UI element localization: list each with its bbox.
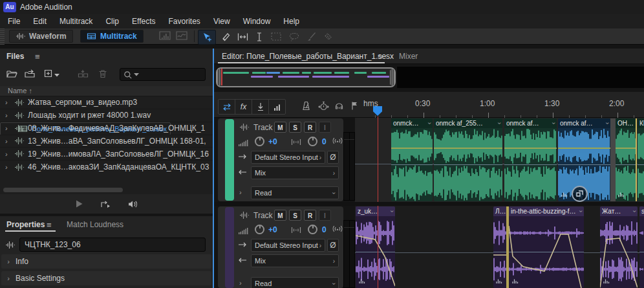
files-name-column-header[interactable]: Name ↑ [0,86,213,96]
time-selection-tool-button[interactable] [251,30,268,43]
track1-pan-knob[interactable] [308,137,317,146]
track1-volume-knob[interactable] [255,137,264,146]
menu-favorites[interactable]: Favorites [162,14,207,28]
volume-envelope[interactable] [558,148,610,149]
clip-track1-2[interactable]: onmck af_255…› [434,118,502,201]
spectral-pitch-icon[interactable] [176,31,188,40]
track1-solo-button[interactable]: S [289,122,301,133]
new-item-caret-icon[interactable] [54,74,59,77]
clip-gain-icon[interactable] [358,274,366,286]
track2-color-strip[interactable] [225,207,234,288]
volume-envelope[interactable] [504,148,557,149]
volume-envelope[interactable] [616,148,637,149]
countdown-icon[interactable] [318,101,329,111]
open-file-icon[interactable] [6,69,17,78]
track2-output-select[interactable]: Mix› [251,254,339,267]
track2-solo-button[interactable]: S [289,210,301,221]
menu-effects[interactable]: Effects [125,14,162,28]
clip-track1-5[interactable]: ОН… [616,118,637,201]
clip-track2-2[interactable]: Л… [493,206,508,288]
spot-healing-tool-button[interactable] [319,30,336,43]
menu-file[interactable]: File [1,14,27,28]
volume-envelope[interactable] [391,148,433,149]
clip-gain-icon[interactable] [603,274,610,286]
clip-boundary-marker[interactable] [506,206,509,288]
file-row[interactable]: › Жатва_серпом_из_видео.mp3 [0,96,213,109]
paintbrush-tool-button[interactable] [303,30,319,43]
clip-gain-icon[interactable] [495,274,503,286]
play-icon[interactable] [75,199,83,208]
new-item-icon[interactable] [44,69,53,78]
files-panel-menu-icon[interactable]: ≡ [35,52,40,61]
clip-menu-icon[interactable]: › [496,122,502,124]
track1-input-select[interactable]: Default Stereo Input› [251,151,325,164]
track2-pan-knob[interactable] [308,225,317,234]
menu-edit[interactable]: Edit [27,14,53,28]
editor-tab-menu-icon[interactable]: ≡ [378,52,383,61]
waveform-view-button[interactable]: Waveform [9,30,73,43]
track2-phase-button[interactable]: Ø [327,239,339,252]
clip-menu-icon[interactable]: › [426,122,433,124]
clip-edge-marker[interactable] [636,118,637,201]
track1-automation-expander[interactable]: › [239,188,242,196]
tab-mixer[interactable]: Mixer [399,52,418,61]
mixdown-button[interactable] [252,99,269,115]
menu-view[interactable]: View [207,14,237,28]
track1-record-button[interactable]: R [304,122,316,133]
autoplay-loop-icon[interactable] [100,200,111,208]
marker-icon[interactable] [350,101,358,110]
metronome-icon[interactable] [301,101,311,111]
menu-window[interactable]: Window [237,14,277,28]
clip-menu-icon[interactable]: › [604,122,610,124]
clip-gain-icon[interactable] [617,188,625,199]
clip-track2-1[interactable]: z_uk…› [356,206,395,288]
track1-monitor-icon[interactable] [332,137,344,144]
lasso-tool-button[interactable] [286,30,303,43]
file-row[interactable]: › 19_Жнив…имоваЛА_ЗапСоловьевЛГ_ОНМЦК_16 [0,148,213,161]
volume-envelope[interactable] [509,216,584,288]
track2-volume-value[interactable]: +0 [268,225,277,234]
properties-name-input[interactable]: ЧЦТНК_123_06 [19,238,206,252]
marquee-tool-button[interactable] [268,30,284,43]
clip-track1-3[interactable]: onmck af…› [504,118,557,201]
insert-into-multitrack-icon[interactable] [78,69,89,78]
files-hscrollbar-thumb[interactable] [3,188,123,192]
clip-track2-4[interactable]: Жат…› [600,206,638,288]
track2-automation-select[interactable]: Read› [251,277,339,288]
razor-tool-button[interactable] [217,30,234,43]
delete-file-icon[interactable] [98,69,107,78]
track2-volume-knob[interactable] [255,225,264,234]
file-row[interactable]: › 13_Жнив…аВА_ЗапСоловьевЛГ_ОНМЦК 168-01… [0,135,213,148]
track1-pan-value[interactable]: 0 [322,137,327,146]
navigator-right-handle[interactable] [390,69,394,85]
track2-monitor-icon[interactable] [332,225,344,232]
file-row[interactable]: › Лошадь ходит и ржет 48000 1.wav [0,109,213,122]
menu-multitrack[interactable]: Multitrack [53,14,99,28]
files-search-input[interactable] [120,68,206,81]
fx-button[interactable]: fx [235,99,252,115]
track1-mute-button[interactable]: M [274,122,286,133]
file-row[interactable]: › 08_Жнив…ФедичеваАД_ЗапКулевАВ_ОНМЦК_1 [0,122,213,135]
clip-menu-icon[interactable]: › [550,122,557,124]
track2-mute-button[interactable]: M [274,210,286,221]
monitor-input-icon[interactable] [334,101,344,109]
track2-input-monitor-button[interactable]: I [319,210,331,221]
clip-menu-icon[interactable]: › [389,210,395,212]
clip-track2-5[interactable]: su… [639,206,644,288]
track1-output-select[interactable]: Mix› [251,166,339,179]
toggle-editor-button[interactable] [218,99,235,115]
clip-track1-6[interactable]: КЦ… [638,118,644,201]
clip-menu-icon[interactable]: › [631,210,638,212]
toolbar-grip[interactable] [0,28,5,45]
track2-automation-expander[interactable]: › [239,279,242,287]
menu-help[interactable]: Help [277,14,306,28]
metering-button[interactable] [268,99,286,115]
slip-tool-button[interactable] [234,30,251,43]
clip-menu-icon[interactable]: › [577,210,584,212]
track1-input-monitor-button[interactable]: I [319,122,331,133]
tab-match-loudness[interactable]: Match Loudness [67,220,123,229]
volume-envelope[interactable] [434,148,502,149]
track1-phase-button[interactable]: Ø [327,151,339,164]
menu-clip[interactable]: Clip [99,14,125,28]
file-row[interactable]: › 46_Жнив…аковаЗИ_ЗапКаданцеваОА_КЦНТК_0… [0,161,213,173]
